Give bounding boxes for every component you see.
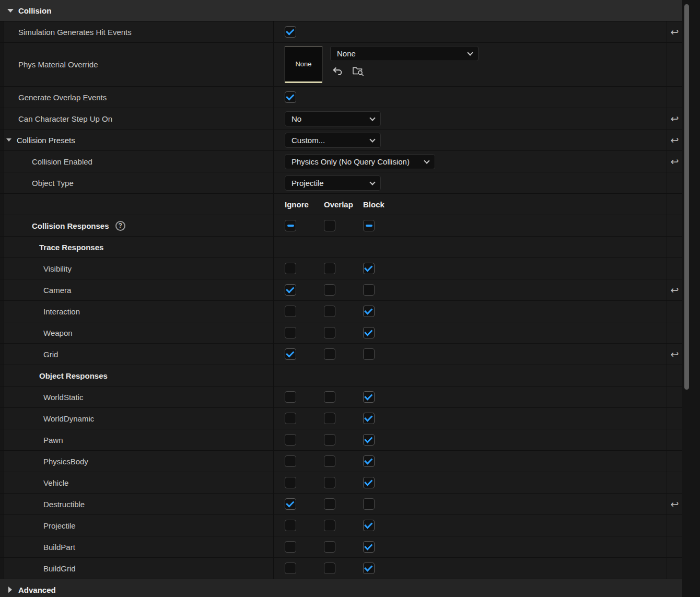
block-checkbox[interactable] xyxy=(363,263,375,274)
reset-icon[interactable]: ↩ xyxy=(671,349,679,359)
collision-presets-dropdown[interactable]: Custom... xyxy=(285,133,381,148)
row-gutter xyxy=(0,151,4,172)
response-label: Weapon xyxy=(43,329,73,337)
ignore-checkbox[interactable] xyxy=(285,284,296,296)
property-label: Can Character Step Up On xyxy=(18,114,112,123)
overlap-checkbox[interactable] xyxy=(324,477,335,488)
row-visibility: Visibility ↩ xyxy=(0,258,682,279)
property-label: Collision Presets xyxy=(17,136,75,145)
block-checkbox[interactable] xyxy=(363,498,375,510)
overlap-checkbox[interactable] xyxy=(324,520,335,531)
row-gutter xyxy=(0,344,4,365)
row-phys-material-override: Phys Material Override None None xyxy=(0,43,682,87)
row-object-type: Object Type Projectile xyxy=(0,172,682,194)
response-label: BuildPart xyxy=(43,543,75,552)
block-checkbox[interactable] xyxy=(363,327,375,338)
block-checkbox[interactable] xyxy=(363,520,375,531)
reset-icon[interactable]: ↩ xyxy=(671,114,679,124)
column-header-ignore: Ignore xyxy=(285,200,324,209)
ignore-checkbox[interactable] xyxy=(285,327,296,338)
object-type-dropdown[interactable]: Projectile xyxy=(285,175,381,191)
row-can-character-step-up-on: Can Character Step Up On No ↩ xyxy=(0,108,682,130)
ignore-checkbox[interactable] xyxy=(285,263,296,274)
overlap-checkbox[interactable] xyxy=(324,413,335,424)
row-gutter xyxy=(0,108,4,129)
response-label: Projectile xyxy=(43,521,76,530)
overlap-checkbox[interactable] xyxy=(324,348,335,360)
object-responses-rows: WorldStatic ↩ WorldDynamic ↩ Pawn xyxy=(0,387,682,579)
asset-thumbnail[interactable]: None xyxy=(285,46,322,83)
block-checkbox[interactable] xyxy=(363,541,375,553)
overlap-checkbox[interactable] xyxy=(324,263,335,274)
row-gutter xyxy=(0,237,4,257)
response-label: BuildGrid xyxy=(43,564,76,573)
response-label: WorldStatic xyxy=(43,393,83,402)
row-collision-presets: Collision Presets Custom... ↩ xyxy=(0,130,682,151)
ignore-checkbox[interactable] xyxy=(285,498,296,510)
row-gutter xyxy=(0,279,4,300)
overlap-checkbox[interactable] xyxy=(324,498,335,510)
overlap-checkbox[interactable] xyxy=(324,434,335,446)
ignore-checkbox[interactable] xyxy=(285,563,296,574)
block-checkbox[interactable] xyxy=(363,455,375,467)
overlap-checkbox[interactable] xyxy=(324,306,335,317)
block-checkbox[interactable] xyxy=(363,306,375,317)
overlap-checkbox[interactable] xyxy=(324,455,335,467)
block-checkbox[interactable] xyxy=(363,563,375,574)
can-character-step-up-on-dropdown[interactable]: No xyxy=(285,111,381,126)
row-buildgrid: BuildGrid ↩ xyxy=(0,558,682,579)
ignore-checkbox[interactable] xyxy=(285,391,296,403)
reset-icon[interactable]: ↩ xyxy=(671,27,679,37)
generate-overlap-events-checkbox[interactable] xyxy=(285,91,296,103)
vertical-scrollbar-thumb[interactable] xyxy=(684,4,689,390)
ignore-checkbox[interactable] xyxy=(285,477,296,488)
collapse-arrow-icon[interactable] xyxy=(6,138,11,142)
ignore-checkbox[interactable] xyxy=(285,541,296,553)
column-header-block: Block xyxy=(363,200,402,209)
block-checkbox[interactable] xyxy=(363,391,375,403)
reset-icon[interactable]: ↩ xyxy=(671,285,679,295)
ignore-checkbox[interactable] xyxy=(285,413,296,424)
ignore-checkbox[interactable] xyxy=(285,306,296,317)
phys-material-dropdown[interactable]: None xyxy=(330,46,479,61)
block-all-checkbox[interactable] xyxy=(363,220,375,231)
property-label: Phys Material Override xyxy=(18,60,98,69)
overlap-checkbox[interactable] xyxy=(324,391,335,403)
ignore-all-checkbox[interactable] xyxy=(285,220,296,231)
collision-category-header[interactable]: Collision xyxy=(0,0,682,21)
block-checkbox[interactable] xyxy=(363,348,375,360)
block-checkbox[interactable] xyxy=(363,284,375,296)
property-label: Object Type xyxy=(32,179,74,188)
advanced-category-header[interactable]: Advanced xyxy=(0,579,682,597)
overlap-checkbox[interactable] xyxy=(324,327,335,338)
block-checkbox[interactable] xyxy=(363,477,375,488)
use-selected-asset-icon[interactable] xyxy=(332,66,343,76)
section-label: Trace Responses xyxy=(39,243,103,252)
row-collision-responses: Collision Responses ? xyxy=(0,215,682,237)
ignore-checkbox[interactable] xyxy=(285,520,296,531)
collision-enabled-dropdown[interactable]: Physics Only (No Query Collision) xyxy=(285,154,435,169)
reset-icon[interactable]: ↩ xyxy=(671,499,679,509)
block-checkbox[interactable] xyxy=(363,434,375,446)
reset-icon[interactable]: ↩ xyxy=(671,157,679,167)
ignore-checkbox[interactable] xyxy=(285,455,296,467)
overlap-checkbox[interactable] xyxy=(324,541,335,553)
reset-icon[interactable]: ↩ xyxy=(671,135,679,145)
collision-section: Collision Simulation Generates Hit Event… xyxy=(0,0,682,597)
response-label: Grid xyxy=(43,350,58,359)
overlap-checkbox[interactable] xyxy=(324,563,335,574)
dropdown-value: Custom... xyxy=(291,136,325,145)
dropdown-value: Physics Only (No Query Collision) xyxy=(291,157,410,166)
ignore-checkbox[interactable] xyxy=(285,434,296,446)
ignore-checkbox[interactable] xyxy=(285,348,296,360)
browse-to-asset-icon[interactable] xyxy=(352,66,365,76)
help-icon[interactable]: ? xyxy=(115,221,125,231)
simulation-generates-hit-events-checkbox[interactable] xyxy=(285,26,296,38)
row-gutter xyxy=(0,472,4,493)
block-checkbox[interactable] xyxy=(363,413,375,424)
row-gutter xyxy=(0,87,4,108)
row-collision-enabled: Collision Enabled Physics Only (No Query… xyxy=(0,151,682,172)
overlap-all-checkbox[interactable] xyxy=(324,220,335,231)
row-camera: Camera ↩ xyxy=(0,279,682,301)
overlap-checkbox[interactable] xyxy=(324,284,335,296)
